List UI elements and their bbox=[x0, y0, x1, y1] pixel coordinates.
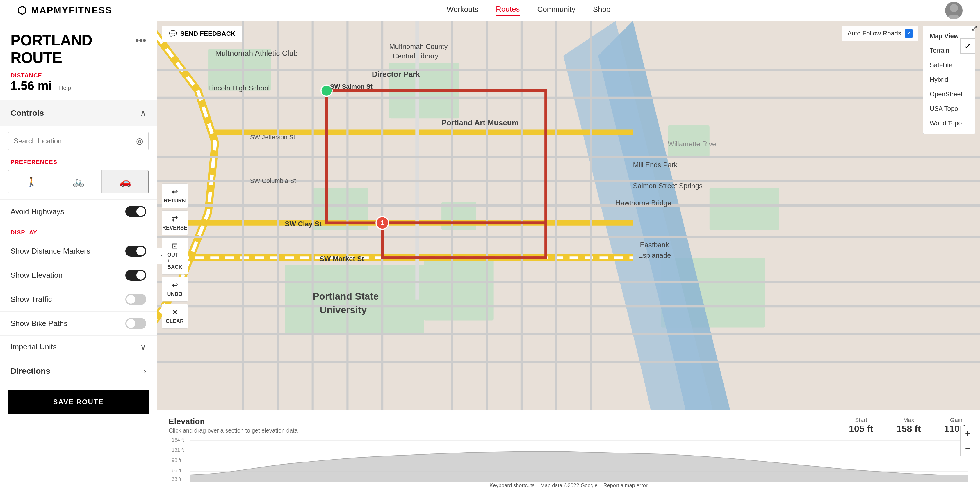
display-label: DISPLAY bbox=[0, 223, 157, 239]
clear-button[interactable]: ✕ CLEAR bbox=[162, 304, 188, 329]
nav-workouts[interactable]: Workouts bbox=[447, 5, 478, 16]
nav-routes[interactable]: Routes bbox=[496, 5, 520, 16]
svg-text:Lincoln High School: Lincoln High School bbox=[208, 84, 270, 92]
pref-walk-btn[interactable]: 🚶 bbox=[8, 170, 55, 193]
elevation-chart[interactable]: 164 ft 131 ft 98 ft 66 ft 33 ft bbox=[169, 437, 968, 484]
map-attribution: Keyboard shortcuts Map data ©2022 Google… bbox=[489, 483, 648, 489]
out-back-icon: ⊡ bbox=[172, 242, 178, 250]
nav-community[interactable]: Community bbox=[537, 5, 575, 16]
show-traffic-row: Show Traffic bbox=[0, 287, 157, 311]
map-type-world-topo[interactable]: World Topo bbox=[923, 116, 975, 131]
svg-point-1 bbox=[947, 14, 960, 19]
feedback-icon: 💬 bbox=[169, 30, 177, 38]
reverse-icon: ⇄ bbox=[172, 215, 178, 223]
reverse-button[interactable]: ⇄ REVERSE bbox=[162, 210, 188, 235]
undo-button[interactable]: ↩ UNDO bbox=[162, 277, 188, 301]
out-back-button[interactable]: ⊡ OUT + BACK bbox=[162, 238, 188, 274]
send-feedback-button[interactable]: 💬 SEND FEEDBACK bbox=[162, 26, 243, 42]
show-traffic-label: Show Traffic bbox=[11, 295, 52, 304]
directions-row[interactable]: Directions › bbox=[0, 358, 157, 384]
zoom-out-button[interactable]: − bbox=[960, 441, 975, 456]
help-link[interactable]: Help bbox=[59, 84, 71, 91]
return-button[interactable]: ↩ RETURN bbox=[162, 183, 188, 208]
svg-rect-8 bbox=[710, 188, 779, 230]
map-type-satellite[interactable]: Satellite bbox=[923, 58, 975, 72]
start-value: 105 ft bbox=[849, 424, 873, 434]
show-bike-paths-toggle[interactable] bbox=[125, 318, 146, 329]
show-traffic-toggle[interactable] bbox=[125, 294, 146, 305]
report-error-link[interactable]: Report a map error bbox=[603, 483, 648, 488]
attribution-text: Map data ©2022 Google bbox=[540, 483, 597, 488]
auto-follow-checkbox[interactable]: ✓ bbox=[905, 29, 913, 38]
svg-text:33 ft: 33 ft bbox=[172, 477, 181, 481]
distance-value: 1.56 mi bbox=[11, 79, 52, 92]
svg-text:Central Library: Central Library bbox=[393, 52, 438, 60]
show-bike-paths-row: Show Bike Paths bbox=[0, 311, 157, 335]
directions-chevron-icon: › bbox=[144, 367, 146, 376]
show-distance-markers-label: Show Distance Markers bbox=[11, 247, 91, 256]
route-title: PORTLAND ROUTE bbox=[11, 32, 135, 66]
nav-shop[interactable]: Shop bbox=[593, 5, 611, 16]
svg-text:SW Salmon St: SW Salmon St bbox=[330, 83, 372, 90]
show-bike-paths-label: Show Bike Paths bbox=[11, 319, 68, 328]
elevation-subtitle: Click and drag over a section to get ele… bbox=[169, 427, 298, 434]
svg-text:131 ft: 131 ft bbox=[172, 447, 185, 452]
pref-drive-btn[interactable]: 🚗 bbox=[102, 170, 149, 193]
svg-text:Mill Ends Park: Mill Ends Park bbox=[633, 161, 677, 169]
imperial-units-row: Imperial Units ∨ bbox=[0, 335, 157, 358]
preferences-label: PREFERENCES bbox=[0, 156, 157, 170]
site-logo[interactable]: ⬡ MAPMYFITNESS bbox=[18, 4, 112, 17]
elevation-start-stat: Start 105 ft bbox=[849, 417, 873, 434]
controls-header[interactable]: Controls ∧ bbox=[0, 100, 157, 126]
undo-icon: ↩ bbox=[172, 281, 178, 289]
svg-text:Eastbank: Eastbank bbox=[640, 241, 669, 249]
sidebar: PORTLAND ROUTE ••• DISTANCE 1.56 mi Help… bbox=[0, 21, 157, 491]
imperial-chevron-icon[interactable]: ∨ bbox=[140, 342, 146, 352]
avoid-highways-toggle[interactable] bbox=[125, 206, 146, 217]
map-type-openstreet[interactable]: OpenStreet bbox=[923, 87, 975, 102]
location-icon[interactable]: ◎ bbox=[136, 136, 143, 146]
elevation-stats: Start 105 ft Max 158 ft Gain 110 ft bbox=[849, 417, 968, 434]
under-armour-icon: ⬡ bbox=[18, 4, 27, 17]
chevron-up-icon: ∧ bbox=[140, 108, 146, 118]
pref-bike-btn[interactable]: 🚲 bbox=[55, 170, 102, 193]
map-type-hybrid[interactable]: Hybrid bbox=[923, 72, 975, 87]
svg-text:SW Jefferson St: SW Jefferson St bbox=[250, 134, 295, 141]
show-elevation-label: Show Elevation bbox=[11, 271, 62, 280]
map-area[interactable]: 1 SW Salmon St SW Clay St SW Market St S… bbox=[157, 21, 980, 491]
show-elevation-toggle[interactable] bbox=[125, 269, 146, 281]
auto-follow-row: Auto Follow Roads ✓ bbox=[842, 26, 918, 41]
svg-text:66 ft: 66 ft bbox=[172, 468, 181, 473]
expand-icon[interactable]: ⤢ bbox=[971, 23, 978, 33]
map-top-right-controls: Auto Follow Roads ✓ Map View Terrain Sat… bbox=[842, 26, 975, 134]
search-input[interactable] bbox=[14, 137, 132, 145]
svg-text:98 ft: 98 ft bbox=[172, 458, 181, 462]
directions-label: Directions bbox=[11, 367, 50, 376]
avatar[interactable] bbox=[945, 2, 963, 19]
more-options-icon[interactable]: ••• bbox=[135, 34, 146, 46]
svg-text:Director Park: Director Park bbox=[372, 70, 420, 78]
elevation-info: Elevation Click and drag over a section … bbox=[169, 417, 298, 434]
nav-links: Workouts Routes Community Shop bbox=[447, 5, 611, 16]
svg-text:1: 1 bbox=[381, 219, 384, 226]
map-type-usa-topo[interactable]: USA Topo bbox=[923, 102, 975, 116]
max-label: Max bbox=[897, 417, 921, 424]
svg-text:Portland Art Museum: Portland Art Museum bbox=[441, 118, 519, 127]
zoom-in-button[interactable]: + bbox=[960, 426, 975, 441]
svg-text:SW Clay St: SW Clay St bbox=[285, 220, 321, 228]
svg-text:Portland State: Portland State bbox=[313, 291, 379, 301]
zoom-controls: + − bbox=[960, 426, 975, 456]
search-input-wrap: ◎ bbox=[8, 132, 149, 150]
start-label: Start bbox=[849, 417, 873, 424]
nav-right bbox=[945, 2, 963, 19]
avoid-highways-row: Avoid Highways bbox=[0, 199, 157, 223]
svg-text:Multnomah County: Multnomah County bbox=[390, 43, 448, 50]
keyboard-shortcuts[interactable]: Keyboard shortcuts bbox=[489, 483, 535, 488]
show-distance-markers-toggle[interactable] bbox=[125, 246, 146, 257]
save-route-button[interactable]: SAVE ROUTE bbox=[8, 390, 149, 414]
svg-text:Salmon Street Springs: Salmon Street Springs bbox=[633, 182, 703, 190]
fullscreen-button[interactable]: ⤢ bbox=[960, 38, 975, 54]
elevation-panel: Elevation Click and drag over a section … bbox=[157, 410, 980, 491]
send-feedback-label: SEND FEEDBACK bbox=[180, 30, 235, 38]
elevation-max-stat: Max 158 ft bbox=[897, 417, 921, 434]
